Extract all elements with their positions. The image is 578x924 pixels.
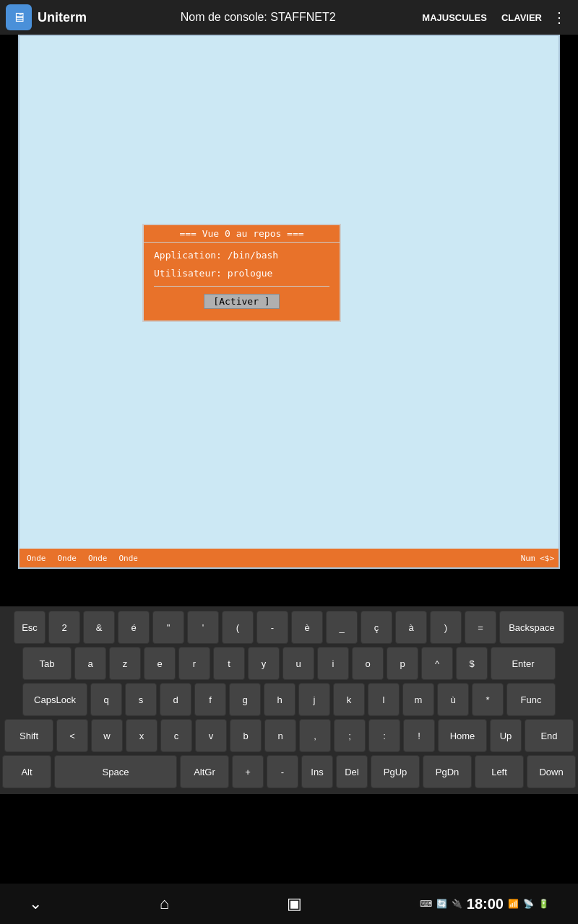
- usb-icon: 🔌: [452, 899, 462, 909]
- bluetooth-icon: 📶: [508, 899, 519, 909]
- key-shift[interactable]: Shift: [4, 719, 53, 752]
- navigation-bar: ⌄ ⌂ ▣ ⌨ 🔄 🔌 18:00 📶 📡 🔋: [0, 884, 578, 924]
- keyboard-row-1: Esc 2 & é " ' ( - è _ ç à ) = Backspace: [1, 611, 577, 644]
- key-down[interactable]: Down: [527, 755, 576, 788]
- console-title: Nom de console: STAFFNET2: [98, 11, 418, 24]
- key-altgr[interactable]: AltGr: [180, 755, 229, 788]
- key-e-accent[interactable]: é: [118, 611, 150, 644]
- key-asterisk[interactable]: *: [472, 683, 504, 716]
- key-home[interactable]: Home: [438, 719, 487, 752]
- key-c[interactable]: c: [160, 719, 192, 752]
- key-u-grave[interactable]: ù: [437, 683, 469, 716]
- key-u[interactable]: u: [282, 647, 314, 680]
- key-a-grave[interactable]: à: [395, 611, 427, 644]
- key-backspace[interactable]: Backspace: [499, 611, 564, 644]
- app-icon: 🖥: [6, 4, 32, 30]
- nav-home-icon[interactable]: ⌂: [160, 894, 169, 913]
- key-t[interactable]: t: [213, 647, 245, 680]
- key-o[interactable]: o: [352, 647, 384, 680]
- key-p[interactable]: p: [387, 647, 418, 680]
- statusbar-onde4: Onde: [116, 554, 142, 563]
- key-quote[interactable]: ": [152, 611, 184, 644]
- key-underscore[interactable]: _: [326, 611, 358, 644]
- terminal-area: === Vue 0 au repos === Application: /bin…: [18, 35, 560, 569]
- key-minus2[interactable]: -: [267, 755, 298, 788]
- key-less[interactable]: <: [56, 719, 88, 752]
- key-caret[interactable]: ^: [421, 647, 453, 680]
- key-pgdn[interactable]: PgDn: [423, 755, 472, 788]
- key-l[interactable]: l: [368, 683, 400, 716]
- key-tab[interactable]: Tab: [22, 647, 72, 680]
- key-h[interactable]: h: [264, 683, 296, 716]
- dialog-button-row: [Activer ]: [154, 294, 329, 313]
- key-pgup[interactable]: PgUp: [371, 755, 420, 788]
- key-v[interactable]: v: [195, 719, 227, 752]
- key-capslock[interactable]: CapsLock: [22, 683, 87, 716]
- key-i[interactable]: i: [317, 647, 349, 680]
- dialog-separator: [154, 286, 329, 287]
- nav-back-icon[interactable]: ⌄: [29, 894, 42, 913]
- clavier-button[interactable]: CLAVIER: [497, 9, 546, 26]
- key-z[interactable]: z: [109, 647, 141, 680]
- key-d[interactable]: d: [160, 683, 191, 716]
- key-equals[interactable]: =: [465, 611, 496, 644]
- key-n[interactable]: n: [264, 719, 296, 752]
- key-e[interactable]: e: [144, 647, 176, 680]
- key-apostrophe[interactable]: ': [187, 611, 219, 644]
- key-plus[interactable]: +: [232, 755, 264, 788]
- key-alt[interactable]: Alt: [2, 755, 51, 788]
- app-name: Uniterm: [38, 10, 87, 25]
- key-f[interactable]: f: [194, 683, 226, 716]
- key-g[interactable]: g: [229, 683, 261, 716]
- statusbar-num: Num <$>: [521, 554, 554, 563]
- wifi-icon: 📡: [523, 899, 534, 909]
- key-k[interactable]: k: [333, 683, 365, 716]
- key-y[interactable]: y: [248, 647, 280, 680]
- key-colon[interactable]: :: [368, 719, 400, 752]
- key-esc[interactable]: Esc: [14, 611, 46, 644]
- key-ampersand[interactable]: &: [83, 611, 115, 644]
- key-func[interactable]: Func: [506, 683, 556, 716]
- key-s[interactable]: s: [125, 683, 157, 716]
- key-enter[interactable]: Enter: [491, 647, 556, 680]
- key-w[interactable]: w: [91, 719, 123, 752]
- key-up[interactable]: Up: [490, 719, 522, 752]
- majuscules-button[interactable]: MAJUSCULES: [418, 9, 491, 26]
- more-button[interactable]: ⋮: [546, 6, 572, 29]
- keyboard-status-icon: ⌨: [420, 899, 432, 909]
- key-end[interactable]: End: [525, 719, 574, 752]
- key-2[interactable]: 2: [48, 611, 80, 644]
- key-ins[interactable]: Ins: [301, 755, 333, 788]
- key-j[interactable]: j: [298, 683, 330, 716]
- key-left[interactable]: Left: [475, 755, 524, 788]
- top-bar: 🖥 Uniterm Nom de console: STAFFNET2 MAJU…: [0, 0, 578, 35]
- key-comma[interactable]: ,: [299, 719, 331, 752]
- key-del[interactable]: Del: [336, 755, 368, 788]
- key-minus[interactable]: -: [256, 611, 288, 644]
- nav-recents-icon[interactable]: ▣: [287, 894, 302, 913]
- terminal-statusbar: Onde Onde Onde Onde Num <$>: [20, 549, 558, 567]
- key-dollar[interactable]: $: [456, 647, 488, 680]
- key-closeparen[interactable]: ): [430, 611, 462, 644]
- key-exclamation[interactable]: !: [403, 719, 435, 752]
- key-r[interactable]: r: [178, 647, 210, 680]
- key-space[interactable]: Space: [54, 755, 177, 788]
- key-q[interactable]: q: [90, 683, 122, 716]
- sync-icon: 🔄: [436, 899, 447, 909]
- key-e-grave[interactable]: è: [291, 611, 323, 644]
- key-m[interactable]: m: [402, 683, 434, 716]
- key-a[interactable]: a: [74, 647, 106, 680]
- status-icons: ⌨ 🔄 🔌 18:00 📶 📡 🔋: [420, 896, 549, 912]
- keyboard-row-3: CapsLock q s d f g h j k l m ù * Func: [1, 683, 577, 716]
- dialog-body: Application: /bin/bash Utilisateur: prol…: [144, 243, 340, 321]
- clock: 18:00: [467, 896, 504, 912]
- key-openparen[interactable]: (: [222, 611, 254, 644]
- statusbar-onde1: Onde: [24, 554, 49, 563]
- key-semicolon[interactable]: ;: [334, 719, 366, 752]
- key-c-cedilla[interactable]: ç: [361, 611, 392, 644]
- statusbar-onde2: Onde: [55, 554, 80, 563]
- key-x[interactable]: x: [126, 719, 158, 752]
- activer-button[interactable]: [Activer ]: [204, 294, 279, 309]
- key-b[interactable]: b: [230, 719, 262, 752]
- dialog-box: === Vue 0 au repos === Application: /bin…: [142, 224, 341, 322]
